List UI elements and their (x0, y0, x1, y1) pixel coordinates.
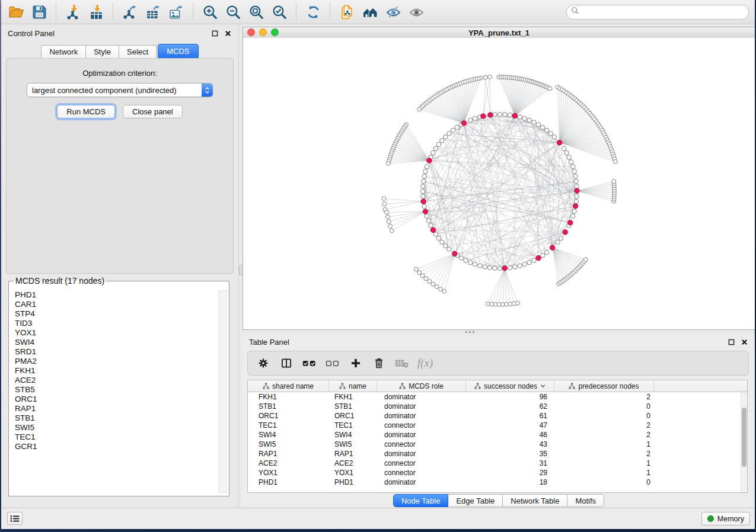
mcds-result-node[interactable]: SWI4 (15, 338, 218, 347)
mcds-result-node[interactable]: RAP1 (15, 404, 218, 414)
mcds-list-scrollbar[interactable] (218, 290, 227, 493)
cell-successor-nodes[interactable]: 35 (466, 449, 554, 459)
cell-successor-nodes[interactable]: 96 (466, 392, 554, 402)
cell-name[interactable]: ORC1 (329, 411, 377, 421)
tab-select[interactable]: Select (119, 45, 157, 59)
search-input[interactable] (582, 7, 744, 17)
cell-name[interactable]: SWI4 (329, 430, 377, 440)
mcds-result-node[interactable]: GCR1 (15, 442, 218, 451)
mcds-result-node[interactable]: TEC1 (15, 432, 218, 442)
add-column-icon[interactable] (349, 356, 363, 370)
zoom-selected-icon[interactable] (270, 3, 288, 21)
mcds-result-node[interactable]: STP4 (15, 309, 218, 319)
save-session-icon[interactable] (30, 3, 48, 21)
panel-splitter-horizontal[interactable] (243, 330, 755, 334)
task-history-button[interactable] (7, 512, 23, 525)
mcds-result-node[interactable]: PHD1 (15, 290, 218, 300)
cell-successor-nodes[interactable]: 46 (466, 430, 554, 440)
window-close-icon[interactable] (247, 28, 255, 36)
cell-name[interactable]: SWI5 (329, 440, 377, 449)
cell-mcds-role[interactable]: dominator (377, 392, 466, 402)
table-row[interactable]: ORC1ORC1dominator610 (248, 411, 741, 421)
column-header-MCDS-role[interactable]: MCDS role (377, 380, 466, 392)
open-file-icon[interactable] (7, 3, 25, 21)
cell-mcds-role[interactable]: connector (377, 468, 466, 477)
cell-mcds-role[interactable]: dominator (377, 477, 466, 487)
tab-motifs[interactable]: Motifs (567, 494, 604, 507)
cell-shared-name[interactable]: SWI5 (248, 440, 329, 449)
table-row[interactable]: TEC1TEC1connector472 (248, 421, 741, 430)
tab-mcds[interactable]: MCDS (158, 44, 198, 59)
float-panel-icon[interactable] (211, 30, 219, 37)
tab-node-table[interactable]: Node Table (393, 494, 449, 507)
cell-predecessor-nodes[interactable]: 0 (554, 402, 654, 411)
mcds-result-node[interactable]: FKH1 (15, 366, 218, 376)
mcds-result-node[interactable]: SRD1 (15, 347, 218, 357)
column-header-successor-nodes[interactable]: successor nodes (466, 380, 554, 392)
cell-name[interactable]: FKH1 (329, 392, 377, 402)
cell-mcds-role[interactable]: dominator (377, 430, 466, 440)
deselect-all-rows-icon[interactable] (326, 356, 340, 370)
mcds-result-node[interactable]: ORC1 (15, 395, 218, 404)
cell-predecessor-nodes[interactable]: 2 (554, 449, 654, 459)
cell-predecessor-nodes[interactable]: 1 (554, 468, 654, 477)
cell-name[interactable]: STB1 (329, 402, 377, 411)
cell-shared-name[interactable]: ACE2 (248, 459, 329, 468)
cell-successor-nodes[interactable]: 47 (466, 421, 554, 430)
column-header-shared-name[interactable]: shared name (248, 380, 329, 392)
cell-name[interactable]: YOX1 (329, 468, 377, 477)
mcds-result-node[interactable]: STB1 (15, 414, 218, 423)
close-table-panel-icon[interactable] (741, 338, 748, 346)
network-overview-icon[interactable] (361, 3, 379, 21)
cell-name[interactable]: RAP1 (329, 449, 377, 459)
table-row[interactable]: YOX1YOX1connector291 (248, 468, 741, 477)
mcds-result-node[interactable]: CAR1 (15, 300, 218, 309)
import-network-icon[interactable] (64, 3, 82, 21)
cell-name[interactable]: ACE2 (329, 459, 377, 468)
zoom-in-icon[interactable] (201, 3, 219, 21)
table-scrollbar[interactable] (741, 392, 747, 492)
show-columns-icon[interactable] (279, 356, 294, 370)
clone-network-icon[interactable] (338, 3, 356, 21)
table-row[interactable]: FKH1FKH1dominator962 (248, 392, 741, 402)
cell-predecessor-nodes[interactable]: 2 (554, 421, 654, 430)
zoom-fit-icon[interactable] (247, 3, 265, 21)
splitter-handle-dots[interactable] (465, 331, 476, 333)
mcds-result-node[interactable]: SWI5 (15, 423, 218, 432)
tab-style[interactable]: Style (86, 45, 119, 59)
cell-shared-name[interactable]: TEC1 (248, 421, 329, 430)
window-zoom-icon[interactable] (271, 28, 279, 36)
delete-column-icon[interactable] (372, 356, 386, 370)
cell-mcds-role[interactable]: dominator (377, 449, 466, 459)
cell-shared-name[interactable]: ORC1 (248, 411, 329, 421)
network-canvas[interactable] (243, 38, 755, 329)
cell-name[interactable]: PHD1 (329, 477, 377, 487)
network-graph[interactable] (243, 38, 755, 329)
cell-shared-name[interactable]: STB1 (248, 402, 329, 411)
search-box[interactable] (566, 5, 749, 20)
column-header-name[interactable]: name (329, 380, 377, 392)
close-panel-icon[interactable] (224, 30, 232, 37)
cell-successor-nodes[interactable]: 43 (466, 440, 554, 449)
cell-predecessor-nodes[interactable]: 0 (554, 477, 654, 487)
mcds-result-node[interactable]: TID3 (15, 319, 218, 328)
cell-shared-name[interactable]: PHD1 (248, 477, 329, 487)
table-row[interactable]: RAP1RAP1dominator352 (248, 449, 741, 459)
zoom-out-icon[interactable] (224, 3, 242, 21)
cell-successor-nodes[interactable]: 31 (466, 459, 554, 468)
cell-mcds-role[interactable]: connector (377, 421, 466, 430)
show-eye-icon[interactable] (407, 3, 425, 21)
run-mcds-button[interactable]: Run MCDS (57, 105, 115, 118)
table-scrollbar-thumb[interactable] (742, 408, 747, 467)
float-table-panel-icon[interactable] (728, 338, 735, 346)
cell-shared-name[interactable]: RAP1 (248, 449, 329, 459)
cell-predecessor-nodes[interactable]: 1 (554, 440, 654, 449)
export-network-icon[interactable] (121, 3, 139, 21)
cell-successor-nodes[interactable]: 29 (466, 468, 554, 477)
mcds-result-node[interactable]: PMA2 (15, 357, 218, 366)
cell-mcds-role[interactable]: connector (377, 459, 466, 468)
cell-shared-name[interactable]: SWI4 (248, 430, 329, 440)
window-minimize-icon[interactable] (259, 28, 267, 36)
tab-network-table[interactable]: Network Table (503, 494, 567, 507)
cell-successor-nodes[interactable]: 62 (466, 402, 554, 411)
